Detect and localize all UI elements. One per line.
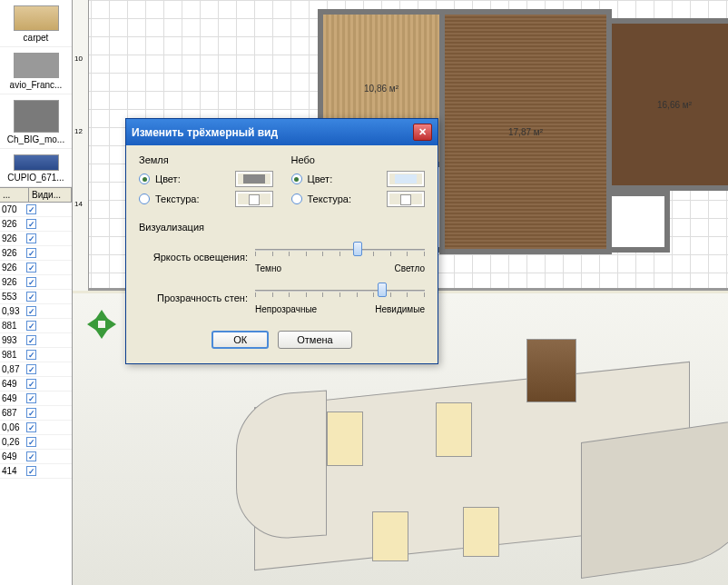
visibility-checkbox[interactable]: ✓: [26, 393, 36, 403]
radio-label: Цвет:: [155, 174, 181, 184]
brightness-row: Яркость освещения: Темно Светло: [139, 240, 425, 273]
row-value: 414: [0, 466, 24, 476]
close-button[interactable]: ✕: [413, 124, 432, 141]
table-row[interactable]: 926✓: [0, 246, 72, 261]
row-value: 926: [0, 263, 24, 273]
visibility-checkbox[interactable]: ✓: [26, 277, 36, 287]
table-row[interactable]: 649✓: [0, 377, 72, 392]
catalog-thumb: [14, 53, 59, 78]
row-value: 926: [0, 248, 24, 258]
slider-label: Прозрачность стен:: [139, 292, 248, 303]
table-row[interactable]: 926✓: [0, 261, 72, 275]
sky-color-row: Цвет:: [291, 171, 426, 187]
slider-thumb[interactable]: [378, 283, 387, 297]
transparency-slider[interactable]: [255, 281, 425, 302]
slider-min-label: Непрозрачные: [255, 304, 317, 314]
visibility-checkbox[interactable]: ✓: [26, 350, 36, 360]
visibility-checkbox[interactable]: ✓: [26, 437, 36, 447]
sky-texture-row: Текстура:: [291, 191, 426, 207]
slider-thumb[interactable]: [353, 242, 362, 256]
brightness-slider[interactable]: [255, 240, 425, 262]
sidebar: carpet avio_Franc... Ch_BIG_mo... CUPIO_…: [0, 0, 73, 585]
table-row[interactable]: 981✓: [0, 348, 72, 362]
nav-right-icon[interactable]: [105, 317, 123, 332]
furniture-catalog[interactable]: carpet avio_Franc... Ch_BIG_mo... CUPIO_…: [0, 0, 72, 187]
sky-texture-swatch[interactable]: [387, 191, 425, 207]
ground-texture-swatch[interactable]: [235, 191, 273, 207]
ground-color-swatch[interactable]: [235, 171, 273, 187]
row-value: 981: [0, 350, 24, 360]
visibility-checkbox[interactable]: ✓: [26, 422, 36, 432]
table-row[interactable]: 0,26✓: [0, 435, 72, 450]
room-area-label: 16,66 м²: [657, 100, 692, 110]
visibility-checkbox[interactable]: ✓: [26, 219, 36, 229]
radio-label: Текстура:: [155, 193, 200, 204]
ok-button[interactable]: ОК: [212, 331, 269, 349]
nav-compass[interactable]: [80, 302, 123, 346]
catalog-thumb: [14, 5, 59, 31]
slider-max-label: Светло: [394, 263, 425, 273]
visualization-section: Визуализация Яркость освещения: Темно Св…: [139, 222, 425, 314]
row-value: 649: [0, 393, 24, 403]
table-row[interactable]: 0,06✓: [0, 421, 72, 435]
visibility-checkbox[interactable]: ✓: [26, 248, 36, 258]
catalog-item[interactable]: CUPIO_671...: [0, 149, 72, 187]
table-row[interactable]: 926✓: [0, 232, 72, 246]
dialog-buttons: ОК Отмена: [139, 322, 425, 354]
catalog-item[interactable]: carpet: [0, 0, 72, 47]
ground-color-row: Цвет:: [139, 171, 273, 187]
row-value: 553: [0, 292, 24, 302]
visibility-checkbox[interactable]: ✓: [26, 364, 36, 374]
table-row[interactable]: 0,87✓: [0, 362, 72, 377]
transparency-row: Прозрачность стен: Непрозрачные Невидимы…: [139, 281, 425, 314]
visibility-checkbox[interactable]: ✓: [26, 263, 36, 273]
visibility-checkbox[interactable]: ✓: [26, 292, 36, 302]
table-row[interactable]: 926✓: [0, 217, 72, 232]
visibility-checkbox[interactable]: ✓: [26, 451, 36, 461]
radio-label: Текстура:: [308, 193, 352, 204]
catalog-label: avio_Franc...: [2, 80, 70, 90]
room-small[interactable]: [606, 191, 670, 253]
catalog-item[interactable]: Ch_BIG_mo...: [0, 94, 72, 149]
row-value: 881: [0, 321, 24, 331]
ground-texture-row: Текстура:: [139, 191, 273, 207]
slider-min-label: Темно: [255, 263, 281, 273]
sky-group: Небо Цвет: Текстура:: [291, 154, 426, 211]
ground-color-radio[interactable]: [139, 174, 150, 184]
dialog-titlebar[interactable]: Изменить трёхмерный вид ✕: [126, 119, 438, 145]
nav-left-icon[interactable]: [80, 317, 98, 332]
visibility-checkbox[interactable]: ✓: [26, 321, 36, 331]
ruler-mark: 12: [74, 127, 83, 135]
table-row[interactable]: 0,93✓: [0, 304, 72, 319]
sky-color-radio[interactable]: [291, 174, 302, 184]
catalog-label: carpet: [2, 33, 70, 43]
ruler-mark: 14: [74, 200, 83, 208]
visibility-checkbox[interactable]: ✓: [26, 233, 36, 243]
row-value: 0,06: [0, 422, 24, 432]
visibility-checkbox[interactable]: ✓: [26, 408, 36, 418]
furniture-list[interactable]: 070✓926✓926✓926✓926✓926✓553✓0,93✓881✓993…: [0, 203, 72, 479]
table-row[interactable]: 414✓: [0, 464, 72, 479]
table-row[interactable]: 687✓: [0, 406, 72, 421]
visibility-checkbox[interactable]: ✓: [26, 466, 36, 476]
table-row[interactable]: 649✓: [0, 392, 72, 406]
visibility-checkbox[interactable]: ✓: [26, 204, 36, 214]
row-value: 0,87: [0, 364, 24, 374]
table-row[interactable]: 649✓: [0, 450, 72, 464]
visibility-checkbox[interactable]: ✓: [26, 306, 36, 316]
room-3[interactable]: 16,66 м²: [606, 18, 728, 191]
sky-texture-radio[interactable]: [291, 193, 302, 204]
sky-color-swatch[interactable]: [387, 171, 425, 187]
table-row[interactable]: 926✓: [0, 275, 72, 290]
cancel-button[interactable]: Отмена: [278, 331, 351, 349]
dialog-body: Земля Цвет: Текстура: Небо Цвет:: [126, 145, 438, 363]
ground-texture-radio[interactable]: [139, 193, 150, 204]
room-2[interactable]: 17,87 м²: [439, 9, 612, 254]
table-row[interactable]: 993✓: [0, 333, 72, 348]
visibility-checkbox[interactable]: ✓: [26, 379, 36, 389]
catalog-item[interactable]: avio_Franc...: [0, 47, 72, 94]
table-row[interactable]: 881✓: [0, 319, 72, 333]
table-row[interactable]: 553✓: [0, 290, 72, 304]
table-row[interactable]: 070✓: [0, 203, 72, 217]
visibility-checkbox[interactable]: ✓: [26, 335, 36, 345]
